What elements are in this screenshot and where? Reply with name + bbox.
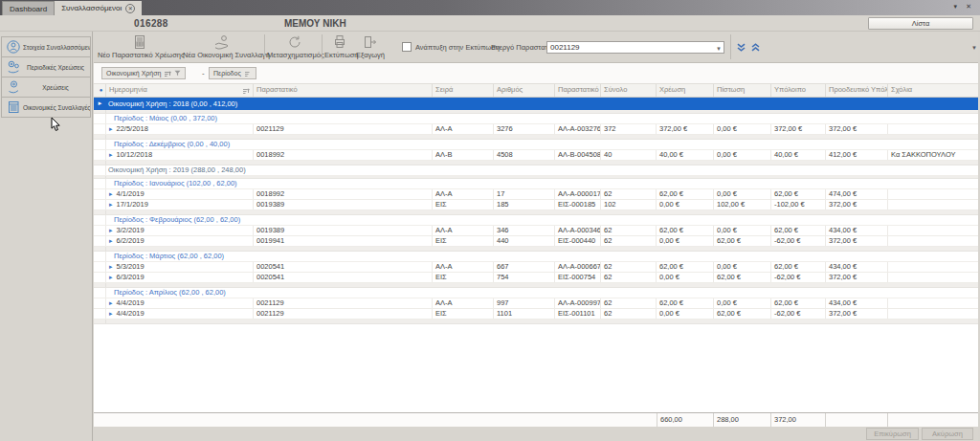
cell-series[interactable]: ΑΛ-Α — [433, 189, 494, 199]
cell-series[interactable]: ΕΙΣ — [433, 309, 494, 319]
cell-total[interactable]: 62 — [601, 262, 657, 272]
list-button[interactable]: Λίστα — [868, 17, 973, 30]
cell-number[interactable]: 1101 — [494, 309, 555, 319]
cell-progressive_balance[interactable]: 434,00 € — [826, 298, 888, 308]
column-header-debit[interactable]: Χρέωση — [657, 84, 714, 97]
period-group-row[interactable]: Περίοδος : Μάρτιος (62,00 , 62,00) — [94, 252, 978, 262]
cell-balance[interactable]: -62,00 € — [771, 236, 826, 246]
fiscal-year-group-row[interactable]: ►Οικονομική Χρήση : 2018 (0,00 , 412,00) — [94, 98, 978, 110]
cell-balance[interactable]: 372,00 € — [771, 124, 826, 134]
cell-comments[interactable] — [888, 124, 978, 134]
cell-docref[interactable]: ΑΛ-Α-000346 — [555, 226, 601, 235]
cell-number[interactable]: 17 — [494, 189, 555, 199]
cell-number[interactable]: 4508 — [494, 150, 555, 160]
cell-credit[interactable]: 0,00 € — [714, 298, 771, 308]
cell-docref[interactable]: ΕΙΣ-000185 — [555, 200, 601, 209]
cell-comments[interactable]: Κα ΣΑΚΚΟΠΟΥΛΟΥ — [888, 150, 978, 160]
cell-number[interactable]: 3276 — [494, 124, 555, 134]
cell-number[interactable]: 997 — [494, 298, 555, 308]
cell-date[interactable]: ▸4/4/2019 — [106, 298, 254, 308]
cell-date[interactable]: ▸3/2/2019 — [106, 226, 254, 235]
transform-button[interactable]: Μετασχηματισμός — [267, 33, 320, 61]
cell-total[interactable]: 40 — [601, 150, 657, 160]
transaction-row[interactable]: ▸17/1/20190019389ΕΙΣ185ΕΙΣ-0001851020,00… — [94, 200, 978, 210]
cell-balance[interactable]: -62,00 € — [771, 273, 826, 282]
cell-number[interactable]: 346 — [494, 226, 555, 235]
cell-total[interactable]: 102 — [601, 200, 657, 209]
cell-progressive_balance[interactable]: 372,00 € — [826, 309, 888, 319]
column-header-progressive-balance[interactable]: Προοδευτικό Υπόλοιπο — [826, 84, 888, 97]
cell-series[interactable]: ΕΙΣ — [433, 200, 494, 209]
transaction-row[interactable]: ▸6/3/20190020541ΕΙΣ754ΕΙΣ-000754620,00 €… — [94, 273, 978, 283]
cell-document[interactable]: 0020541 — [254, 273, 433, 282]
cell-series[interactable]: ΑΛ-Β — [433, 150, 494, 160]
cell-credit[interactable]: 0,00 € — [714, 262, 771, 272]
cell-debit[interactable]: 372,00 € — [657, 124, 714, 134]
cell-series[interactable]: ΑΛ-Α — [433, 298, 494, 308]
cell-progressive_balance[interactable]: 434,00 € — [826, 226, 888, 235]
cell-progressive_balance[interactable]: 372,00 € — [826, 236, 888, 246]
cell-comments[interactable] — [888, 236, 978, 246]
expand-row-icon[interactable]: ▸ — [109, 201, 113, 208]
cell-credit[interactable]: 0,00 € — [714, 189, 771, 199]
period-group-row[interactable]: Περίοδος : Ιανουάριος (102,00 , 62,00) — [94, 179, 978, 189]
cell-progressive_balance[interactable]: 434,00 € — [826, 262, 888, 272]
column-header-series[interactable]: Σειρά — [433, 84, 494, 97]
transaction-row[interactable]: ▸22/5/20180021129ΑΛ-Α3276ΑΛ-Α-0032763723… — [94, 124, 978, 135]
cell-debit[interactable]: 0,00 € — [657, 236, 714, 246]
cell-comments[interactable] — [888, 309, 978, 319]
sidebar-item-charges[interactable]: Χρεώσεις — [1, 77, 91, 98]
period-group-row[interactable]: Περίοδος : Δεκέμβριος (0,00 , 40,00) — [94, 140, 978, 150]
cell-debit[interactable]: 62,00 € — [657, 226, 714, 235]
transaction-row[interactable]: ▸4/4/20190021129ΑΛ-Α997ΑΛ-Α-0009976262,0… — [94, 298, 978, 309]
cell-progressive_balance[interactable]: 372,00 € — [826, 200, 888, 209]
cell-total[interactable]: 62 — [601, 298, 657, 308]
cell-docref[interactable]: ΑΛ-Α-000997 — [555, 298, 601, 308]
column-header-docref[interactable]: Παραστατικό — [555, 84, 601, 97]
cell-total[interactable]: 62 — [601, 226, 657, 235]
cell-date[interactable]: ▸22/5/2018 — [106, 124, 254, 134]
cell-debit[interactable]: 62,00 € — [657, 189, 714, 199]
column-header-comments[interactable]: Σχόλια — [888, 84, 978, 97]
cell-date[interactable]: ▸6/2/2019 — [106, 236, 254, 246]
column-header-total[interactable]: Σύνολο — [601, 84, 657, 97]
expand-row-icon[interactable]: ▸ — [109, 237, 113, 244]
cell-credit[interactable]: 0,00 € — [714, 226, 771, 235]
cell-balance[interactable]: 62,00 € — [771, 226, 826, 235]
transaction-row[interactable]: ▸6/2/20190019941ΕΙΣ440ΕΙΣ-000440620,00 €… — [94, 236, 978, 247]
chevron-down-icon[interactable]: ▼ — [716, 44, 722, 55]
cell-document[interactable]: 0019389 — [254, 200, 433, 209]
cell-date[interactable]: ▸17/1/2019 — [106, 200, 254, 209]
cell-docref[interactable]: ΑΛ-Α-003276 — [555, 124, 601, 134]
cell-document[interactable]: 0019941 — [254, 236, 433, 246]
cell-number[interactable]: 440 — [494, 236, 555, 246]
expand-row-icon[interactable]: ▸ — [109, 227, 113, 233]
column-header-balance[interactable]: Υπόλοιπο — [771, 84, 826, 97]
group-chip-period[interactable]: Περίοδος — [209, 67, 256, 79]
cell-debit[interactable]: 0,00 € — [657, 309, 714, 319]
cell-progressive_balance[interactable]: 372,00 € — [826, 124, 888, 134]
expand-row-icon[interactable]: ▸ — [109, 125, 113, 132]
expand-row-icon[interactable]: ▸ — [109, 299, 113, 306]
cell-total[interactable]: 62 — [601, 189, 657, 199]
print-button[interactable]: Εκτύπωση — [324, 33, 354, 61]
sidebar-item-financial-transactions[interactable]: Οικονομικές Συναλλαγές — [1, 97, 91, 118]
cell-document[interactable]: 0020541 — [254, 262, 433, 272]
cell-credit[interactable]: 0,00 € — [714, 150, 771, 160]
cell-debit[interactable]: 62,00 € — [657, 262, 714, 272]
transaction-row[interactable]: ▸10/12/20180018992ΑΛ-Β4508ΑΛ-Β-004508404… — [94, 150, 978, 161]
fiscal-year-group-row[interactable]: Οικονομική Χρήση : 2019 (288,00 , 248,00… — [94, 165, 978, 176]
cell-document[interactable]: 0018992 — [254, 150, 433, 160]
cell-comments[interactable] — [888, 200, 978, 209]
cell-docref[interactable]: ΕΙΣ-001101 — [555, 309, 601, 319]
group-chip-fiscal-year[interactable]: Οικονομική Χρήση — [101, 67, 186, 79]
cell-balance[interactable]: 40,00 € — [771, 150, 826, 160]
export-button[interactable]: Εξαγωγή — [356, 33, 384, 61]
cell-total[interactable]: 62 — [601, 309, 657, 319]
cell-date[interactable]: ▸5/3/2019 — [106, 262, 254, 272]
cell-series[interactable]: ΑΛ-Α — [433, 262, 494, 272]
column-header-number[interactable]: Αριθμός — [494, 84, 555, 97]
cell-date[interactable]: ▸6/3/2019 — [106, 273, 254, 282]
cell-docref[interactable]: ΑΛ-Β-004508 — [555, 150, 601, 160]
toolbar-overflow-icon[interactable]: ▼ — [971, 45, 977, 51]
